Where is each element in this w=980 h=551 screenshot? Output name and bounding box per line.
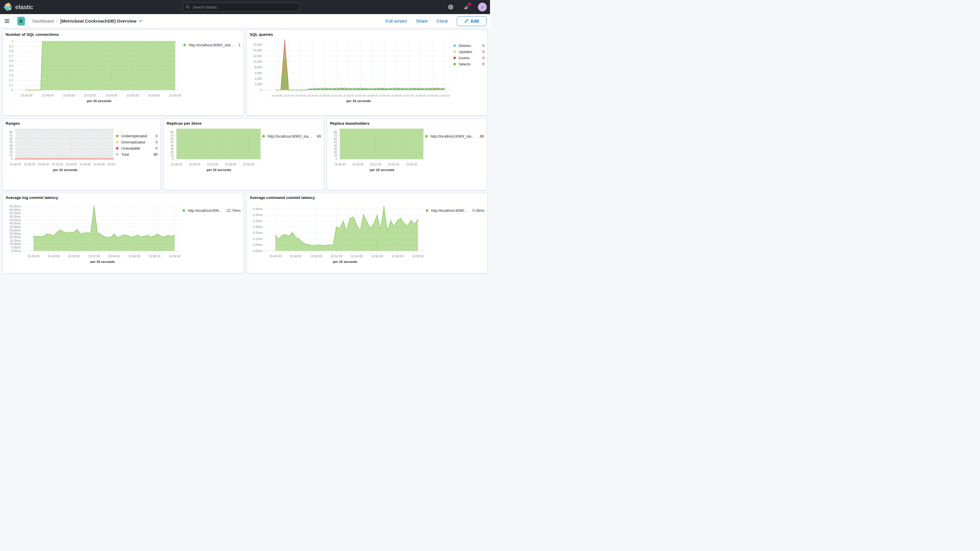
elastic-logo[interactable]: elastic [0, 3, 37, 11]
svg-text:15:58:00: 15:58:00 [148, 94, 160, 97]
svg-text:70: 70 [334, 134, 337, 137]
x-axis-unit-label: per 10 seconds [5, 99, 183, 103]
edit-button[interactable]: Edit [457, 16, 487, 26]
svg-text:15:58:00: 15:58:00 [148, 254, 161, 258]
svg-text:15:54:00: 15:54:00 [351, 254, 363, 258]
svg-text:0.4: 0.4 [9, 69, 13, 72]
legend-item[interactable]: Unavailable0 [116, 145, 158, 151]
search-input[interactable] [192, 5, 297, 10]
svg-text:15:51:00: 15:51:00 [331, 94, 342, 97]
dashboard-title-button[interactable]: [Metricbeat CockroachDB] Overview [60, 19, 143, 24]
legend-item[interactable]: Underreplicated0 [116, 133, 158, 139]
legend-value: 0 [156, 134, 158, 138]
chart-legend: http://localhost:8080...0.26ms [426, 201, 485, 263]
svg-text:0.20ms: 0.20ms [253, 225, 262, 229]
svg-text:15:58:00: 15:58:00 [391, 254, 403, 258]
svg-text:30: 30 [334, 147, 337, 151]
legend-item[interactable]: http://localhost:808...22.74ms [183, 207, 240, 213]
share-button[interactable]: Share [416, 19, 428, 24]
svg-text:12,000: 12,000 [253, 54, 262, 58]
svg-text:15:52:00: 15:52:00 [52, 163, 63, 166]
user-menu-button[interactable]: r [478, 2, 487, 12]
main-menu-button[interactable] [0, 14, 14, 28]
svg-text:2,000: 2,000 [255, 83, 262, 86]
breadcrumb-dashboard-link[interactable]: Dashboard [32, 19, 54, 24]
svg-text:80: 80 [10, 131, 13, 134]
svg-text:15:50:00: 15:50:00 [38, 163, 49, 166]
svg-text:4,000: 4,000 [255, 77, 262, 80]
chart-sql-queries[interactable]: 02,0004,0006,0008,00010,00012,00014,0001… [248, 37, 453, 99]
svg-text:0: 0 [11, 89, 13, 92]
svg-text:15:46:00: 15:46:00 [27, 254, 40, 258]
svg-text:5.00ms: 5.00ms [11, 246, 21, 249]
svg-text:40: 40 [170, 144, 174, 147]
legend-color-dot [183, 209, 185, 212]
legend-color-dot [116, 153, 119, 156]
elastic-logo-icon [3, 3, 12, 11]
svg-text:0.05ms: 0.05ms [253, 243, 262, 247]
legend-color-dot [453, 63, 456, 65]
svg-text:15:55:00: 15:55:00 [388, 163, 399, 166]
svg-text:40: 40 [334, 144, 337, 147]
legend-item[interactable]: Updates0 [453, 49, 484, 55]
dashboard-toolbar: D Dashboard / [Metricbeat CockroachDB] O… [0, 14, 490, 28]
legend-value: 22.74ms [226, 209, 240, 213]
svg-text:20: 20 [10, 151, 13, 154]
legend-item[interactable]: Selects0 [453, 61, 484, 67]
svg-text:60.00ms: 60.00ms [10, 208, 21, 212]
global-search[interactable] [183, 3, 300, 11]
legend-label: Deletes [458, 44, 479, 48]
clone-button[interactable]: Clone [436, 19, 448, 24]
legend-item[interactable]: Total89 [116, 151, 158, 158]
svg-text:15:46:00: 15:46:00 [271, 94, 282, 97]
svg-text:40: 40 [10, 144, 13, 147]
dashboard-app-badge-wrap[interactable]: D [14, 14, 28, 28]
legend-item[interactable]: http://localhost:8080...0.26ms [426, 207, 484, 213]
svg-text:15:48:00: 15:48:00 [295, 94, 306, 97]
legend-item[interactable]: Overreplicated0 [116, 139, 158, 145]
panel-average-log-commit-latency: Average log commit latency 0.00ms5.00ms1… [2, 193, 244, 274]
legend-item[interactable]: http://localhost:8080/_stat...1 [183, 42, 240, 48]
svg-text:15:58:00: 15:58:00 [415, 94, 426, 97]
svg-text:0.00ms: 0.00ms [253, 249, 262, 253]
svg-text:0: 0 [336, 158, 337, 161]
news-button[interactable] [462, 2, 471, 12]
svg-text:10: 10 [170, 154, 174, 157]
x-axis-unit-label: per 10 seconds [5, 168, 116, 172]
svg-text:15:52:00: 15:52:00 [330, 254, 342, 258]
chart-legend: http://localhost:8080/_stat...1 [183, 37, 241, 103]
svg-text:60: 60 [10, 137, 13, 140]
legend-item[interactable]: Deletes0 [453, 43, 484, 49]
notification-badge [468, 3, 471, 6]
svg-text:80: 80 [170, 131, 174, 134]
svg-text:16,000: 16,000 [253, 43, 262, 46]
legend-item[interactable]: http://localhost:8080/_sta...89 [262, 133, 321, 139]
svg-text:15:58:00: 15:58:00 [406, 163, 417, 166]
chart-average-command-commit-latency[interactable]: 0.00ms0.05ms0.10ms0.15ms0.20ms0.25ms0.30… [248, 203, 426, 260]
svg-text:70: 70 [170, 134, 174, 137]
legend-value: 89 [317, 134, 321, 139]
chart-replicas-per-store[interactable]: 0102030405060708015:46:0015:49:0015:52:0… [165, 126, 262, 168]
svg-text:0.6: 0.6 [9, 59, 13, 62]
chart-replica-leaseholders[interactable]: 0102030405060708015:46:0015:49:0015:52:0… [329, 126, 425, 168]
full-screen-button[interactable]: Full screen [385, 19, 407, 24]
help-button[interactable] [446, 2, 455, 12]
panel-number-of-sql-connections: Number of SQL connections 00.10.20.30.40… [2, 30, 244, 116]
legend-item[interactable]: http://localhost:8080/_sta...89 [425, 133, 484, 139]
legend-color-dot [453, 57, 456, 59]
breadcrumb-separator: / [56, 19, 57, 24]
help-lifering-icon [448, 4, 453, 10]
chart-ranges[interactable]: 0102030405060708015:46:0015:48:0015:50:0… [5, 126, 116, 168]
svg-text:16:00:00: 16:00:00 [169, 254, 181, 258]
chart-number-of-sql-connections[interactable]: 00.10.20.30.40.50.60.70.80.9115:46:0015:… [5, 37, 183, 99]
chart-average-log-commit-latency[interactable]: 0.00ms5.00ms10.00ms15.00ms20.00ms25.00ms… [5, 203, 183, 260]
svg-text:16:00:00: 16:00:00 [169, 94, 181, 97]
panel-average-command-commit-latency: Average command commit latency 0.00ms0.0… [247, 193, 488, 274]
panel-sql-queries: SQL queries 02,0004,0006,0008,00010,0001… [247, 30, 488, 116]
legend-item[interactable]: Inserts0 [453, 55, 484, 61]
legend-label: http://localhost:8080... [431, 209, 469, 213]
legend-label: http://localhost:8080/_sta... [267, 134, 314, 139]
svg-text:15:48:00: 15:48:00 [24, 163, 35, 166]
legend-value: 0 [482, 44, 484, 48]
svg-text:15:58:00: 15:58:00 [93, 163, 105, 166]
